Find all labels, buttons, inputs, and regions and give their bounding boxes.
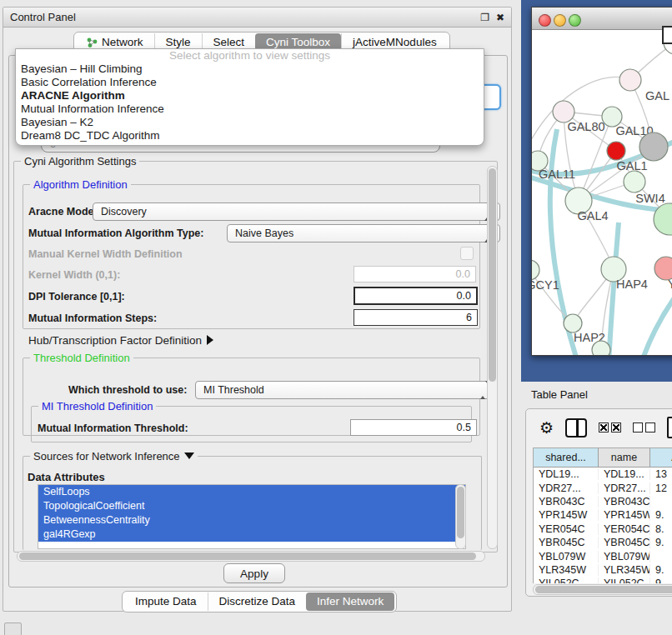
dropdown-item[interactable]: Bayesian – Hill Climbing: [16, 62, 484, 76]
mi-type-label: Mutual Information Algorithm Type:: [28, 228, 203, 239]
which-threshold-label: Which threshold to use:: [68, 384, 187, 396]
minimize-traffic-light[interactable]: [554, 14, 566, 27]
network-node-label: GAL11: [539, 168, 575, 181]
zoom-traffic-light[interactable]: [569, 14, 581, 27]
table-horizontal-scrollbar[interactable]: [533, 584, 672, 595]
select-all-icon[interactable]: [599, 422, 621, 432]
table-row[interactable]: YDL19... YDL19... 13: [534, 468, 672, 481]
mi-threshold-label: Mutual Information Threshold:: [38, 422, 188, 434]
cyni-settings-title: Cyni Algorithm Settings: [21, 155, 139, 168]
aracne-mode-combo[interactable]: Discovery: [93, 202, 500, 221]
dropdown-item[interactable]: Basic Correlation Inference: [16, 76, 484, 89]
collapsed-panel-icon[interactable]: [4, 622, 22, 635]
manual-kernel-checkbox[interactable]: [460, 247, 474, 260]
deselect-all-icon[interactable]: [633, 422, 655, 432]
algorithm-definition-title: Algorithm Definition: [30, 178, 131, 191]
threshold-definition-title: Threshold Definition: [30, 352, 133, 364]
data-attributes-list[interactable]: SelfLoopsTopologicalCoefficientBetweenne…: [38, 484, 466, 549]
mi-threshold-field[interactable]: 0.5: [350, 419, 477, 436]
tab-discretize-data[interactable]: Discretize Data: [208, 592, 307, 611]
column-header-name[interactable]: name: [599, 448, 650, 467]
apply-button[interactable]: Apply: [223, 563, 285, 583]
table-panel-region: Table Panel ⚙ shared... name A YDL19... …: [521, 382, 672, 635]
network-canvas[interactable]: GALGAL80GAL10GAL1GAL11SWI4GAL4GCY1HAP4YH…: [532, 29, 672, 355]
network-node: [619, 69, 641, 91]
hub-definition-label: Hub/Transcription Factor Definition: [28, 334, 202, 347]
table-panel-title: Table Panel: [531, 388, 588, 401]
close-icon[interactable]: ✖: [496, 12, 504, 22]
attribute-item[interactable]: SelfLoops: [38, 485, 465, 499]
float-window-icon[interactable]: ❐: [480, 12, 489, 22]
network-window-titlebar[interactable]: [532, 8, 672, 30]
table-row[interactable]: YER054C YER054C 8.: [534, 522, 672, 536]
export-table-icon[interactable]: [667, 417, 672, 438]
network-node-label: GCY1: [532, 278, 559, 292]
sources-title-toggle[interactable]: Sources for Network Inference: [30, 450, 198, 462]
settings-vertical-scrollbar[interactable]: [487, 166, 498, 549]
table-toolbar: ⚙: [526, 409, 672, 446]
table-row[interactable]: YLR345W YLR345W 9.: [534, 563, 672, 577]
data-attributes-label: Data Attributes: [28, 471, 105, 483]
attribute-item[interactable]: TopologicalCoefficient: [38, 499, 465, 513]
table-body: YDL19... YDL19... 13 YDR27... YDR27... 1…: [534, 468, 672, 583]
tab-impute-data[interactable]: Impute Data: [124, 592, 208, 611]
attribute-item[interactable]: BetweennessCentrality: [38, 513, 465, 528]
hub-definition-toggle[interactable]: Hub/Transcription Factor Definition: [28, 334, 213, 347]
dpi-tolerance-label: DPI Tolerance [0,1]:: [28, 291, 125, 302]
sources-title: Sources for Network Inference: [33, 450, 180, 462]
network-node: [564, 314, 582, 332]
network-node-label: GAL1: [616, 159, 647, 172]
settings-horizontal-scrollbar[interactable]: [17, 551, 485, 562]
table-row[interactable]: YBR043C YBR043C: [534, 495, 672, 508]
table-row[interactable]: YBL079W YBL079W: [534, 549, 672, 562]
network-node-label: SWI4: [635, 192, 664, 205]
kernel-width-label: Kernel Width (0,1):: [28, 269, 120, 281]
node-table: shared... name A YDL19... YDL19... 13 YD…: [533, 448, 672, 583]
dropdown-placeholder: Select algorithm to view settings: [16, 49, 484, 62]
dropdown-item[interactable]: ARACNE Algorithm: [16, 89, 484, 102]
dropdown-item[interactable]: Dream8 DC_TDC Algorithm: [16, 129, 484, 142]
mi-steps-label: Mutual Information Steps:: [28, 312, 157, 324]
desktop-background: GALGAL80GAL10GAL1GAL11SWI4GAL4GCY1HAP4YH…: [521, 0, 672, 382]
network-node-label: Y: [668, 278, 672, 291]
network-node-label: GAL80: [567, 120, 604, 133]
tab-infer-network[interactable]: Infer Network: [306, 592, 394, 611]
kernel-width-field[interactable]: 0.0: [354, 266, 476, 282]
column-header-partial[interactable]: A: [650, 448, 672, 467]
network-node: [624, 171, 645, 192]
table-header-row: shared... name A: [534, 448, 672, 468]
which-threshold-combo[interactable]: MI Threshold: [195, 381, 496, 399]
panel-title: Control Panel: [10, 11, 474, 23]
dropdown-item[interactable]: Mutual Information Inference: [16, 102, 484, 116]
control-panel-titlebar: Control Panel ❐ ✖: [3, 8, 511, 28]
mi-threshold-title: MI Threshold Definition: [38, 400, 156, 412]
network-node: [639, 132, 668, 161]
network-node: [654, 257, 672, 280]
network-overview-box[interactable]: [662, 26, 672, 44]
control-panel: Control Panel ❐ ✖ Network Style Select C…: [3, 7, 512, 612]
dropdown-item[interactable]: Bayesian – K2: [16, 116, 484, 129]
aracne-mode-value: Discovery: [101, 206, 147, 218]
manual-kernel-label: Manual Kernel Width Definition: [28, 248, 183, 260]
mi-type-combo[interactable]: Naive Bayes: [227, 224, 500, 242]
close-traffic-light[interactable]: [539, 14, 551, 27]
bottom-tab-strip: Impute Data Discretize Data Infer Networ…: [122, 591, 397, 612]
column-header-shared[interactable]: shared...: [534, 448, 599, 467]
algorithm-dropdown-popup: Select algorithm to view settings Bayesi…: [15, 48, 484, 146]
network-node: [607, 142, 625, 160]
gear-icon[interactable]: ⚙: [539, 420, 554, 436]
network-node: [532, 260, 539, 280]
table-row[interactable]: YPR145W YPR145W 9.: [534, 508, 672, 522]
which-threshold-value: MI Threshold: [203, 384, 264, 396]
table-panel-card: ⚙ shared... name A YDL19... YDL19... 13: [525, 408, 672, 597]
table-row[interactable]: YIL052C YIL052C 9: [534, 577, 672, 583]
mi-steps-field[interactable]: 6: [354, 309, 478, 326]
network-node-label: HAP4: [616, 278, 648, 291]
dpi-tolerance-field[interactable]: 0.0: [354, 287, 478, 305]
column-selector-icon[interactable]: [565, 418, 587, 438]
table-row[interactable]: YBR045C YBR045C 9.: [534, 536, 672, 549]
attribute-item[interactable]: gal4RGexp: [38, 528, 465, 542]
aracne-mode-label: Aracne Mode:: [28, 206, 98, 218]
table-row[interactable]: YDR27... YDR27... 12: [534, 481, 672, 494]
attributes-scrollbar[interactable]: [455, 484, 466, 549]
